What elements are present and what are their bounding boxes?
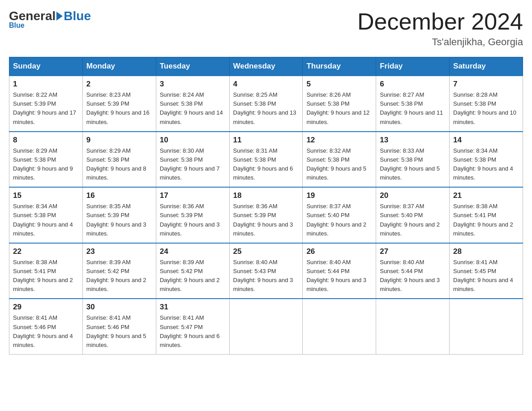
page-header: General Blue Blue December 2024 Ts'alenj… xyxy=(9,9,523,48)
logo: General Blue Blue xyxy=(9,9,91,30)
calendar-header-monday: Monday xyxy=(82,57,156,76)
calendar-cell: 10Sunrise: 8:30 AMSunset: 5:38 PMDayligh… xyxy=(156,132,229,188)
day-number: 11 xyxy=(233,136,299,145)
day-info: Sunrise: 8:38 AMSunset: 5:41 PMDaylight:… xyxy=(453,202,519,238)
calendar-week-row: 15Sunrise: 8:34 AMSunset: 5:38 PMDayligh… xyxy=(9,187,523,243)
day-info: Sunrise: 8:22 AMSunset: 5:39 PMDaylight:… xyxy=(13,90,79,127)
day-number: 8 xyxy=(13,136,79,145)
calendar-cell xyxy=(450,299,523,354)
calendar-header-friday: Friday xyxy=(376,57,450,76)
calendar-cell: 31Sunrise: 8:41 AMSunset: 5:47 PMDayligh… xyxy=(156,299,229,354)
calendar-cell: 26Sunrise: 8:40 AMSunset: 5:44 PMDayligh… xyxy=(303,243,376,299)
calendar-header-sunday: Sunday xyxy=(9,57,83,76)
day-number: 12 xyxy=(306,136,372,145)
logo-blue-text: Blue xyxy=(64,9,91,23)
calendar-cell: 7Sunrise: 8:28 AMSunset: 5:38 PMDaylight… xyxy=(450,76,523,132)
day-number: 17 xyxy=(160,191,226,200)
calendar-cell xyxy=(376,299,450,354)
day-number: 23 xyxy=(86,247,152,256)
day-info: Sunrise: 8:34 AMSunset: 5:38 PMDaylight:… xyxy=(13,202,79,238)
day-info: Sunrise: 8:32 AMSunset: 5:38 PMDaylight:… xyxy=(306,146,372,183)
calendar-cell: 17Sunrise: 8:36 AMSunset: 5:39 PMDayligh… xyxy=(156,187,229,243)
calendar-cell: 1Sunrise: 8:22 AMSunset: 5:39 PMDaylight… xyxy=(9,76,83,132)
day-number: 1 xyxy=(13,80,79,89)
day-info: Sunrise: 8:41 AMSunset: 5:47 PMDaylight:… xyxy=(160,313,226,350)
calendar-week-row: 1Sunrise: 8:22 AMSunset: 5:39 PMDaylight… xyxy=(9,76,523,132)
day-number: 31 xyxy=(160,303,226,312)
calendar-cell: 15Sunrise: 8:34 AMSunset: 5:38 PMDayligh… xyxy=(9,187,83,243)
day-info: Sunrise: 8:38 AMSunset: 5:41 PMDaylight:… xyxy=(13,258,79,294)
calendar-header-tuesday: Tuesday xyxy=(156,57,229,76)
day-info: Sunrise: 8:28 AMSunset: 5:38 PMDaylight:… xyxy=(453,90,519,127)
day-info: Sunrise: 8:36 AMSunset: 5:39 PMDaylight:… xyxy=(160,202,226,238)
day-info: Sunrise: 8:33 AMSunset: 5:38 PMDaylight:… xyxy=(380,146,446,183)
calendar-cell: 9Sunrise: 8:29 AMSunset: 5:38 PMDaylight… xyxy=(82,132,156,188)
calendar-cell: 4Sunrise: 8:25 AMSunset: 5:38 PMDaylight… xyxy=(229,76,303,132)
calendar-header-saturday: Saturday xyxy=(450,57,523,76)
day-number: 2 xyxy=(86,80,152,89)
day-number: 18 xyxy=(233,191,299,200)
calendar-header-wednesday: Wednesday xyxy=(229,57,303,76)
calendar-cell: 22Sunrise: 8:38 AMSunset: 5:41 PMDayligh… xyxy=(9,243,83,299)
calendar-cell: 13Sunrise: 8:33 AMSunset: 5:38 PMDayligh… xyxy=(376,132,450,188)
day-number: 13 xyxy=(380,136,446,145)
day-info: Sunrise: 8:41 AMSunset: 5:46 PMDaylight:… xyxy=(86,313,152,350)
title-block: December 2024 Ts'alenjikha, Georgia xyxy=(357,9,523,48)
month-title: December 2024 xyxy=(357,9,523,34)
day-info: Sunrise: 8:37 AMSunset: 5:40 PMDaylight:… xyxy=(380,202,446,238)
calendar-cell: 18Sunrise: 8:36 AMSunset: 5:39 PMDayligh… xyxy=(229,187,303,243)
calendar-cell: 20Sunrise: 8:37 AMSunset: 5:40 PMDayligh… xyxy=(376,187,450,243)
calendar-cell: 6Sunrise: 8:27 AMSunset: 5:38 PMDaylight… xyxy=(376,76,450,132)
day-number: 9 xyxy=(86,136,152,145)
logo-arrow-icon xyxy=(56,12,63,21)
calendar-cell: 3Sunrise: 8:24 AMSunset: 5:38 PMDaylight… xyxy=(156,76,229,132)
calendar-cell: 11Sunrise: 8:31 AMSunset: 5:38 PMDayligh… xyxy=(229,132,303,188)
calendar-cell: 27Sunrise: 8:40 AMSunset: 5:44 PMDayligh… xyxy=(376,243,450,299)
day-info: Sunrise: 8:31 AMSunset: 5:38 PMDaylight:… xyxy=(233,146,299,183)
calendar-week-row: 8Sunrise: 8:29 AMSunset: 5:38 PMDaylight… xyxy=(9,132,523,188)
day-number: 16 xyxy=(86,191,152,200)
calendar-cell: 28Sunrise: 8:41 AMSunset: 5:45 PMDayligh… xyxy=(450,243,523,299)
day-number: 24 xyxy=(160,247,226,256)
day-number: 20 xyxy=(380,191,446,200)
day-info: Sunrise: 8:26 AMSunset: 5:38 PMDaylight:… xyxy=(306,90,372,127)
calendar-cell: 21Sunrise: 8:38 AMSunset: 5:41 PMDayligh… xyxy=(450,187,523,243)
calendar-table: SundayMondayTuesdayWednesdayThursdayFrid… xyxy=(9,57,523,355)
day-info: Sunrise: 8:27 AMSunset: 5:38 PMDaylight:… xyxy=(380,90,446,127)
calendar-cell: 23Sunrise: 8:39 AMSunset: 5:42 PMDayligh… xyxy=(82,243,156,299)
day-info: Sunrise: 8:29 AMSunset: 5:38 PMDaylight:… xyxy=(13,146,79,183)
calendar-cell: 25Sunrise: 8:40 AMSunset: 5:43 PMDayligh… xyxy=(229,243,303,299)
day-info: Sunrise: 8:41 AMSunset: 5:45 PMDaylight:… xyxy=(453,258,519,294)
calendar-cell: 5Sunrise: 8:26 AMSunset: 5:38 PMDaylight… xyxy=(303,76,376,132)
day-info: Sunrise: 8:40 AMSunset: 5:44 PMDaylight:… xyxy=(306,258,372,294)
calendar-cell: 19Sunrise: 8:37 AMSunset: 5:40 PMDayligh… xyxy=(303,187,376,243)
day-number: 26 xyxy=(306,247,372,256)
day-info: Sunrise: 8:41 AMSunset: 5:46 PMDaylight:… xyxy=(13,313,79,350)
day-number: 7 xyxy=(453,80,519,89)
calendar-cell: 2Sunrise: 8:23 AMSunset: 5:39 PMDaylight… xyxy=(82,76,156,132)
day-number: 15 xyxy=(13,191,79,200)
calendar-cell: 12Sunrise: 8:32 AMSunset: 5:38 PMDayligh… xyxy=(303,132,376,188)
calendar-cell xyxy=(229,299,303,354)
calendar-week-row: 22Sunrise: 8:38 AMSunset: 5:41 PMDayligh… xyxy=(9,243,523,299)
day-number: 10 xyxy=(160,136,226,145)
calendar-cell: 30Sunrise: 8:41 AMSunset: 5:46 PMDayligh… xyxy=(82,299,156,354)
day-info: Sunrise: 8:37 AMSunset: 5:40 PMDaylight:… xyxy=(306,202,372,238)
day-info: Sunrise: 8:36 AMSunset: 5:39 PMDaylight:… xyxy=(233,202,299,238)
day-info: Sunrise: 8:23 AMSunset: 5:39 PMDaylight:… xyxy=(86,90,152,127)
calendar-cell: 24Sunrise: 8:39 AMSunset: 5:42 PMDayligh… xyxy=(156,243,229,299)
day-info: Sunrise: 8:40 AMSunset: 5:43 PMDaylight:… xyxy=(233,258,299,294)
day-number: 22 xyxy=(13,247,79,256)
day-number: 6 xyxy=(380,80,446,89)
calendar-cell: 14Sunrise: 8:34 AMSunset: 5:38 PMDayligh… xyxy=(450,132,523,188)
day-number: 25 xyxy=(233,247,299,256)
day-number: 5 xyxy=(306,80,372,89)
day-info: Sunrise: 8:24 AMSunset: 5:38 PMDaylight:… xyxy=(160,90,226,127)
day-info: Sunrise: 8:35 AMSunset: 5:39 PMDaylight:… xyxy=(86,202,152,238)
day-info: Sunrise: 8:34 AMSunset: 5:38 PMDaylight:… xyxy=(453,146,519,183)
day-number: 28 xyxy=(453,247,519,256)
day-info: Sunrise: 8:25 AMSunset: 5:38 PMDaylight:… xyxy=(233,90,299,127)
day-info: Sunrise: 8:39 AMSunset: 5:42 PMDaylight:… xyxy=(86,258,152,294)
location-title: Ts'alenjikha, Georgia xyxy=(357,36,523,48)
day-info: Sunrise: 8:40 AMSunset: 5:44 PMDaylight:… xyxy=(380,258,446,294)
